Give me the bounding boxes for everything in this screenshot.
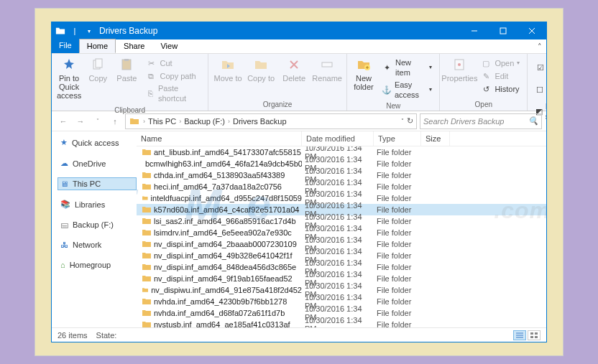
refresh-icon[interactable]: ↻ [407,116,413,126]
nav-libraries[interactable]: 📚Libraries [58,197,137,211]
folder-icon [142,206,151,213]
properties-icon [451,57,467,73]
breadcrumb-folder[interactable]: Drivers Backup [233,117,287,126]
newfolder-icon [356,57,372,73]
file-list[interactable]: T M e .com Name Date modified Type Size … [137,131,546,327]
close-button[interactable] [518,22,546,39]
ribbon-open: Properties ▢Open▾ ✎Edit ↺History Open [440,54,528,111]
maximize-button[interactable] [489,22,518,39]
copy-button[interactable]: Copy [83,55,112,84]
cut-icon: ✂ [145,57,157,69]
col-name[interactable]: Name [137,131,302,146]
state-label: State: [96,331,117,340]
network-icon: 🖧 [60,241,68,249]
forward-button[interactable]: → [73,114,88,129]
icons-view-button[interactable] [528,330,540,340]
home-tab[interactable]: Home [79,39,116,53]
status-bar: 26 items State: [52,327,546,342]
svg-rect-9 [530,332,533,335]
rename-button[interactable]: Rename [310,55,344,84]
open-button[interactable]: ▢Open▾ [477,57,523,70]
svg-rect-11 [530,336,533,338]
delete-button[interactable]: Delete [277,55,310,84]
chevron-right-icon[interactable]: › [178,118,183,125]
pasteshortcut-button[interactable]: ⎘Paste shortcut [142,83,203,105]
edit-button[interactable]: ✎Edit [477,70,523,83]
folder-icon [142,321,151,327]
newitem-button[interactable]: ✦New item▾ [379,57,436,79]
file-type: File folder [374,159,421,168]
file-name: nv_dispi.inf_amd64_49b328e641042f1f [154,251,293,260]
folder-icon [142,183,151,190]
breadcrumb-thispc[interactable]: This PC [148,117,176,126]
file-name: nv_dispi.inf_amd64_2baaab0007230109 [154,240,297,248]
column-headers: Name Date modified Type Size [137,131,546,146]
file-tab[interactable]: File [52,39,79,53]
collapse-ribbon-icon[interactable]: ˄ [533,41,546,53]
file-type: File folder [374,171,421,179]
col-type[interactable]: Type [374,131,421,146]
file-type: File folder [374,194,421,202]
qat-divider: | [69,25,80,37]
star-icon: ★ [60,138,68,147]
nav-network[interactable]: 🖧Network [58,238,137,251]
up-button[interactable]: ↑ [108,114,122,129]
breadcrumb-drive[interactable]: Backup (F:) [184,117,225,126]
newfolder-button[interactable]: New folder [350,55,377,93]
svg-rect-2 [96,59,102,67]
nav-quickaccess[interactable]: ★Quick access [58,136,137,149]
rename-icon [319,57,335,73]
file-name: nvstusb.inf_amd64_ae185af41c0313af [154,320,290,327]
easyaccess-button[interactable]: ⚓Easy access▾ [379,79,436,101]
file-type: File folder [374,274,421,283]
paste-button[interactable]: Paste [112,55,141,84]
file-type: File folder [374,309,421,317]
item-count: 26 items [58,331,88,340]
copyto-button[interactable]: Copy to [244,55,277,84]
nav-backup[interactable]: 🖴Backup (F:) [58,218,137,231]
details-view-button[interactable] [513,330,526,340]
ribbon-tabs: File Home Share View ˄ [52,39,546,54]
newitem-icon: ✦ [382,62,392,73]
col-size[interactable]: Size [421,131,450,146]
nav-thispc[interactable]: 🖥This PC [58,177,137,190]
history-button[interactable]: ↺History [477,83,523,95]
titlebar[interactable]: | ▾ Drivers Backup [52,22,546,39]
file-type: File folder [374,297,421,306]
share-tab[interactable]: Share [116,39,152,53]
cut-button[interactable]: ✂Cut [142,57,203,70]
copypath-button[interactable]: ⧉Copy path [142,70,203,83]
search-input[interactable]: Search Drivers Backup 🔍 [420,113,542,129]
breadcrumb[interactable]: › This PC › Backup (F:) › Drivers Backup… [125,113,417,129]
recent-dropdown[interactable]: ˅ [91,114,105,129]
selectall-icon: ☑ [535,62,546,73]
table-row[interactable]: nvstusb.inf_amd64_ae185af41c0313af10/30/… [137,319,546,327]
minimize-button[interactable] [460,22,489,39]
view-tab[interactable]: View [152,39,185,53]
copy-icon [90,57,106,73]
nav-homegroup[interactable]: ⌂Homegroup [58,258,137,271]
dropdown-icon[interactable]: ˅ [401,118,404,124]
folder-icon [142,172,151,179]
nav-onedrive[interactable]: ☁OneDrive [58,157,137,170]
folder-icon [142,241,151,248]
selectall-button[interactable]: ☑Select all [532,57,547,79]
cloud-icon: ☁ [60,159,68,168]
back-button[interactable]: ← [56,114,70,129]
open-icon: ▢ [480,57,492,69]
qat-dropdown-icon[interactable]: ▾ [83,25,95,37]
nav-pane: ★Quick access ☁OneDrive 🖥This PC 📚Librar… [52,131,137,327]
moveto-button[interactable]: Move to [211,55,244,84]
file-name: bcmwlhigh63.inf_amd64_46fa214a9dcb45b0 [145,159,302,168]
selectnone-button[interactable]: ☐Select none [532,79,547,101]
properties-button[interactable]: Properties [443,55,476,84]
file-type: File folder [374,240,421,248]
svg-rect-3 [122,60,131,70]
chevron-right-icon[interactable]: › [226,118,231,125]
file-type: File folder [374,205,421,214]
file-name: nvhda.inf_amd64_d68fa072a61f1d7b [154,309,285,317]
col-date[interactable]: Date modified [302,131,374,146]
chevron-right-icon[interactable]: › [142,118,147,125]
pin-quickaccess-button[interactable]: Pin to Quick access [55,55,83,101]
libraries-icon: 📚 [60,200,70,209]
